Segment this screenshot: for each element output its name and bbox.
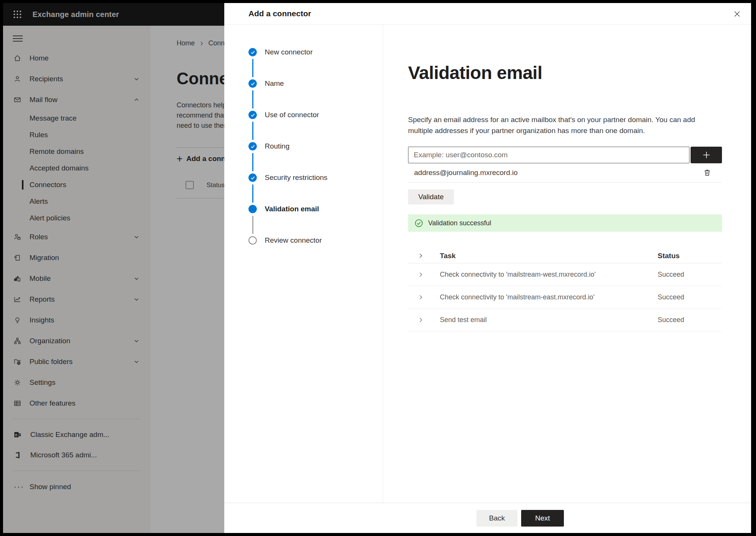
- task-column-header: Task: [440, 252, 658, 260]
- back-button[interactable]: Back: [477, 510, 517, 527]
- plus-icon: [702, 150, 711, 160]
- add-connector-panel: Add a connector New connector Name: [224, 3, 751, 533]
- task-cell: Check connectivity to 'mailstream-west.m…: [440, 271, 658, 279]
- task-cell: Send test email: [440, 316, 658, 324]
- step-routing[interactable]: Routing: [248, 142, 383, 174]
- step-heading: Validation email: [408, 62, 722, 83]
- validation-tasks-table: Task Status Check connectivity to 'mails…: [408, 248, 722, 332]
- screen-frame: Exchange admin center Home Recipients Ma…: [0, 0, 756, 536]
- step-done-icon: [248, 111, 257, 119]
- step-new-connector[interactable]: New connector: [248, 48, 383, 79]
- add-email-button[interactable]: [691, 147, 722, 163]
- step-done-icon: [248, 174, 257, 182]
- next-button[interactable]: Next: [521, 510, 564, 527]
- banner-text: Validation successful: [428, 219, 491, 227]
- step-name[interactable]: Name: [248, 79, 383, 111]
- wizard-stepper: New connector Name Use of connector: [224, 25, 383, 503]
- step-current-icon: [248, 205, 257, 213]
- task-cell: Check connectivity to 'mailstream-east.m…: [440, 293, 658, 301]
- success-check-icon: [414, 219, 423, 228]
- panel-title: Add a connector: [248, 9, 311, 18]
- step-description: Specify an email address for an active m…: [408, 114, 713, 136]
- step-use-of-connector[interactable]: Use of connector: [248, 111, 383, 142]
- table-header-row: Task Status: [408, 248, 722, 263]
- status-cell: Succeed: [658, 316, 722, 324]
- step-done-icon: [248, 48, 257, 56]
- wizard-footer: Back Next: [224, 503, 751, 533]
- step-validation-email[interactable]: Validation email: [248, 205, 383, 236]
- step-done-icon: [248, 79, 257, 88]
- step-done-icon: [248, 142, 257, 150]
- validate-button[interactable]: Validate: [408, 189, 454, 204]
- table-row[interactable]: Check connectivity to 'mailstream-west.m…: [408, 263, 722, 286]
- step-todo-icon: [248, 236, 257, 245]
- status-cell: Succeed: [658, 271, 722, 279]
- step-security-restrictions[interactable]: Security restrictions: [248, 174, 383, 205]
- chevron-right-icon[interactable]: [418, 253, 424, 259]
- validation-success-banner: Validation successful: [408, 214, 722, 232]
- table-row[interactable]: Check connectivity to 'mailstream-east.m…: [408, 286, 722, 309]
- email-address-value: address@journaling.mxrecord.io: [414, 169, 518, 177]
- close-icon[interactable]: [731, 8, 743, 20]
- status-column-header: Status: [658, 252, 722, 260]
- table-row[interactable]: Send test email Succeed: [408, 309, 722, 332]
- step-review-connector[interactable]: Review connector: [248, 236, 383, 268]
- email-address-input[interactable]: [408, 147, 689, 163]
- chevron-right-icon[interactable]: [418, 272, 424, 277]
- delete-address-icon[interactable]: [703, 168, 712, 177]
- email-address-row: address@journaling.mxrecord.io: [408, 163, 722, 183]
- chevron-right-icon[interactable]: [418, 317, 424, 323]
- chevron-right-icon[interactable]: [418, 294, 424, 300]
- validation-email-step-content: Validation email Specify an email addres…: [383, 25, 751, 503]
- status-cell: Succeed: [658, 293, 722, 301]
